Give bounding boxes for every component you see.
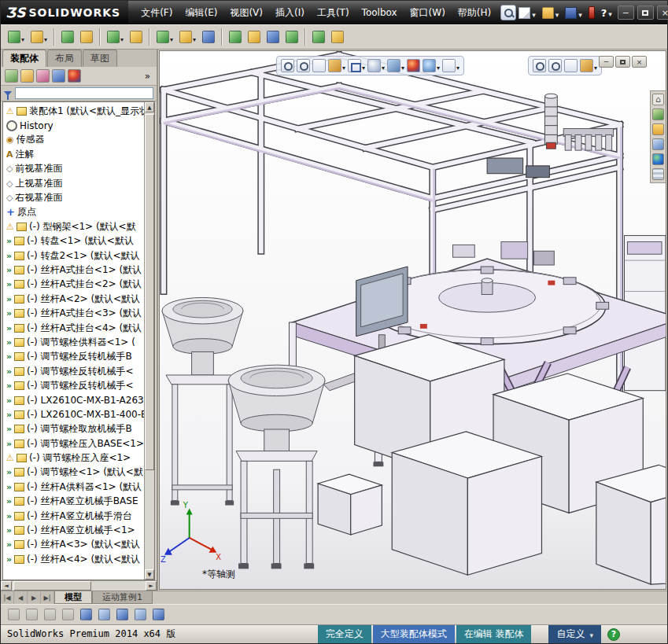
tree-item[interactable]: (-) 丝杆A式挂台<3> (默认: [3, 306, 144, 320]
configuration-manager-icon[interactable]: [36, 69, 50, 83]
tree-item[interactable]: (-) 调节螺栓压入BASE<1>: [3, 436, 144, 451]
tree-item[interactable]: (-) 丝杆A式挂台<1> (默认: [3, 263, 144, 277]
tree-item[interactable]: (-) LX2610C-MX-B1-400-E: [3, 407, 144, 421]
hide-show-items-icon[interactable]: [387, 58, 404, 73]
display-style-icon[interactable]: [367, 58, 385, 73]
scroll-down-icon[interactable]: ▼: [145, 569, 154, 580]
menu-item[interactable]: 帮助(H): [452, 2, 497, 24]
tree-item[interactable]: (-) 调节螺栓供料器<1> (: [3, 335, 144, 349]
sketch-icon[interactable]: [96, 606, 113, 623]
tab-nav-button[interactable]: ▶: [28, 591, 41, 604]
tree-item[interactable]: History: [3, 118, 144, 132]
orientation-dialog-icon[interactable]: [580, 58, 597, 73]
custom-dropdown[interactable]: 自定义: [548, 625, 601, 643]
doc-minimize-button[interactable]: ─: [599, 56, 614, 68]
rotate-view-icon[interactable]: [548, 59, 562, 72]
exploded-view-icon[interactable]: [245, 28, 263, 46]
property-manager-icon[interactable]: [20, 69, 34, 83]
menu-item[interactable]: Toolbox: [356, 3, 404, 22]
tree-item[interactable]: (-) 丝杆A竖立机械手<1>: [3, 523, 144, 537]
tree-item[interactable]: (-) 调节螺栓取放机械手B: [3, 422, 144, 436]
menu-item[interactable]: 视图(V): [223, 2, 269, 24]
save-button[interactable]: [563, 4, 585, 22]
tree-item[interactable]: (-) 调节螺栓反转机械手B: [3, 350, 144, 364]
tree-item[interactable]: (-) 丝杆A<3> (默认<默认: [3, 538, 144, 552]
magnified-selection-icon[interactable]: [78, 606, 94, 623]
tree-item[interactable]: (-) 丝杆A竖立机械手滑台: [3, 509, 144, 523]
display-manager-icon[interactable]: [68, 69, 81, 83]
zoom-in-out-icon[interactable]: [564, 59, 578, 72]
assembly-features-icon[interactable]: [154, 28, 175, 47]
zoom-fit-icon[interactable]: [281, 59, 294, 72]
3d-sketch-icon[interactable]: [114, 606, 131, 623]
measure-icon[interactable]: [310, 28, 327, 46]
tree-item[interactable]: 上视基准面: [3, 176, 144, 190]
view-palette-icon[interactable]: [652, 138, 664, 150]
show-hidden-components-icon[interactable]: [127, 28, 145, 46]
tree-item[interactable]: (-) 丝杆A式挂台<2> (默认: [3, 278, 144, 292]
mate-icon[interactable]: [28, 28, 50, 47]
open-button[interactable]: [540, 4, 562, 22]
restore-button[interactable]: [637, 6, 654, 20]
pan-icon[interactable]: [533, 59, 546, 72]
new-motion-study-icon[interactable]: [200, 28, 217, 46]
view-settings-icon[interactable]: [442, 58, 459, 73]
tree-item[interactable]: (-) 调节螺栓<1> (默认<默: [3, 466, 144, 480]
graphics-viewport[interactable]: Y X Z ─ × *等轴测: [159, 50, 666, 590]
large-assembly-mode-badge[interactable]: 大型装配体模式: [373, 625, 455, 643]
tree-item[interactable]: (-) 型钢架<1> (默认<默: [3, 219, 144, 234]
scroll-right-icon[interactable]: ►: [146, 581, 157, 591]
file-explorer-icon[interactable]: [652, 123, 664, 135]
panel-tab[interactable]: 布局: [47, 50, 82, 67]
custom-properties-icon[interactable]: [652, 168, 664, 180]
scroll-up-icon[interactable]: ▲: [145, 102, 154, 112]
quick-tip-help-button[interactable]: ?: [607, 628, 620, 641]
linear-component-pattern-icon[interactable]: [59, 28, 76, 46]
panel-tab[interactable]: 装配体: [2, 50, 46, 67]
search-icon[interactable]: [500, 5, 516, 20]
tree-item[interactable]: (-) 转盘<1> (默认<默认: [3, 234, 144, 248]
filter-vertices-icon[interactable]: [24, 606, 40, 623]
filter-faces-icon[interactable]: [60, 606, 76, 623]
dimxpert-manager-icon[interactable]: [52, 69, 65, 83]
document-tab[interactable]: 运动算例1: [92, 591, 153, 604]
featuremanager-tree-icon[interactable]: [5, 69, 18, 83]
explode-line-sketch-icon[interactable]: [264, 28, 282, 46]
tree-item[interactable]: (-) 丝杆A式挂台<4> (默认: [3, 321, 144, 335]
tree-item[interactable]: (-) 调节螺栓压入座<1>: [3, 451, 144, 465]
solidworks-resources-icon[interactable]: [652, 94, 664, 105]
tree-item[interactable]: 装配体1 (默认<默认_显示状态-1: [3, 104, 144, 118]
close-button[interactable]: ×: [657, 6, 668, 20]
insert-components-icon[interactable]: [6, 28, 27, 47]
menu-item[interactable]: 文件(F): [135, 2, 179, 24]
tab-nav-button[interactable]: |◀: [1, 591, 14, 604]
doc-close-button[interactable]: ×: [632, 56, 647, 68]
smart-fasteners-icon[interactable]: [78, 28, 95, 46]
previous-view-icon[interactable]: [312, 59, 326, 72]
tab-nav-button[interactable]: ◀: [14, 591, 28, 604]
zoom-area-icon[interactable]: [297, 59, 310, 72]
apply-scene-icon[interactable]: [423, 58, 440, 73]
design-library-icon[interactable]: [652, 109, 664, 120]
menu-item[interactable]: 编辑(E): [179, 2, 223, 24]
tree-item[interactable]: (-) 丝杆A供料器<1> (默认: [3, 480, 144, 494]
help-button[interactable]: ?: [599, 6, 614, 20]
tree-item[interactable]: (-) 转盘2<1> (默认<默认: [3, 248, 144, 263]
menu-item[interactable]: 窗口(W): [404, 2, 452, 24]
move-component-icon[interactable]: [105, 28, 126, 47]
tree-item[interactable]: 原点: [3, 205, 144, 219]
bill-of-materials-icon[interactable]: [227, 28, 244, 46]
selection-filter-icon[interactable]: [6, 606, 22, 623]
section-view-icon[interactable]: [328, 58, 345, 73]
appearances-icon[interactable]: [652, 153, 664, 165]
menu-item[interactable]: 工具(T): [311, 2, 356, 24]
scroll-left-icon[interactable]: ◄: [1, 581, 12, 591]
filter-edges-icon[interactable]: [42, 606, 58, 623]
reference-geometry-icon[interactable]: [177, 28, 198, 47]
edit-appearance-icon[interactable]: [407, 59, 420, 72]
tree-item[interactable]: (-) 调节螺栓反转机械手<: [3, 364, 144, 378]
filter-funnel-icon[interactable]: [4, 91, 12, 96]
tree-item[interactable]: (-) 丝杆A竖立机械手BASE: [3, 495, 144, 509]
tree-item[interactable]: (-) 丝杆A<2> (默认<默认: [3, 292, 144, 306]
tree-vertical-scrollbar[interactable]: ▲ ▼: [144, 102, 154, 580]
